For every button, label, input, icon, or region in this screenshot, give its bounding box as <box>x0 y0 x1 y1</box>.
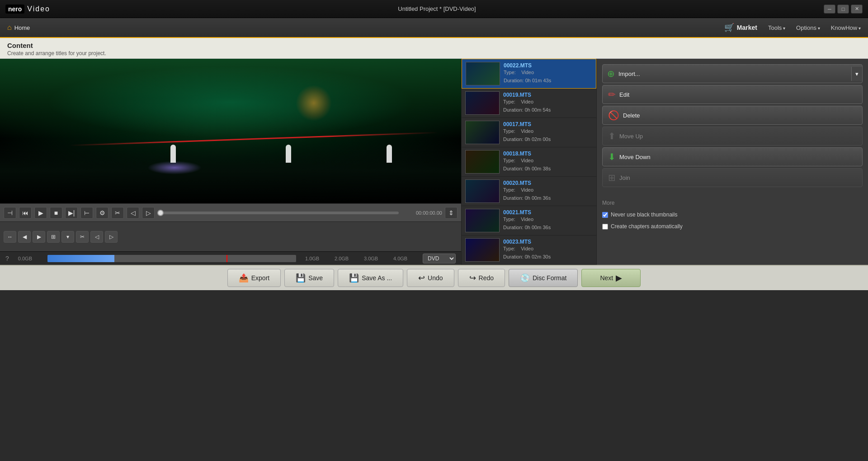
content-subtitle: Create and arrange titles for your proje… <box>7 50 861 56</box>
timeline-ripple-button[interactable]: ◁ <box>90 231 103 243</box>
file-item-00020_MTS[interactable]: ▶ 00020.MTS Type: VideoDuration: 0h 00m … <box>462 177 596 206</box>
import-icon: ⊕ <box>607 68 615 79</box>
delete-label: Delete <box>623 112 640 119</box>
file-name-4: 00020.MTS <box>503 180 593 186</box>
settings-button[interactable]: ⚙ <box>96 207 108 219</box>
never-black-thumbnails-row[interactable]: Never use black thumbnails <box>602 212 863 218</box>
create-chapters-row[interactable]: Create chapters automatically <box>602 223 863 230</box>
storage-track <box>47 255 296 262</box>
save-button[interactable]: 💾 Save <box>284 269 334 287</box>
cut-button[interactable]: ✂ <box>111 207 124 219</box>
menubar: ⌂ Home 🛒 Market Tools Options KnowHow <box>0 18 868 38</box>
video-teal-glow <box>46 66 415 138</box>
file-info-4: 00020.MTS Type: VideoDuration: 0h 00m 36… <box>503 180 593 202</box>
move-up-label: Move Up <box>619 133 643 140</box>
tools-menu[interactable]: Tools <box>768 24 785 31</box>
move-up-button[interactable]: ⬆ Move Up <box>602 127 863 146</box>
stop-button[interactable]: ■ <box>50 207 62 219</box>
knowhow-menu[interactable]: KnowHow <box>831 24 861 31</box>
file-item-00021_MTS[interactable]: ▶ 00021.MTS Type: VideoDuration: 0h 00m … <box>462 206 596 235</box>
edit-button[interactable]: ✏ Edit <box>602 85 863 104</box>
file-item-00022_MTS[interactable]: ▶ 00022.MTS Type: VideoDuration: 0h 01m … <box>462 59 596 89</box>
file-info-1: 00019.MTS Type: VideoDuration: 0h 00m 54… <box>503 92 593 114</box>
file-info-0: 00022.MTS Type: VideoDuration: 0h 01m 43… <box>504 62 592 85</box>
minimize-button[interactable]: ─ <box>824 5 835 14</box>
file-item-00018_MTS[interactable]: ▶ 00018.MTS Type: VideoDuration: 0h 00m … <box>462 147 596 177</box>
market-button[interactable]: 🛒 Market <box>724 23 757 33</box>
delete-button[interactable]: 🚫 Delete <box>602 106 863 125</box>
file-name-6: 00023.MTS <box>503 239 593 245</box>
disc-format-icon: 💿 <box>520 273 530 283</box>
timeline-select-button[interactable]: ↔ <box>4 231 16 243</box>
next-button[interactable]: Next ▶ <box>581 269 641 287</box>
right-panel: ⊕ Import... ▾ ✏ Edit 🚫 Delete ⬆ Move Up … <box>597 59 868 265</box>
storage-used-bar <box>47 255 115 262</box>
home-label: Home <box>14 24 30 31</box>
video-water <box>0 138 461 203</box>
create-chapters-checkbox[interactable] <box>602 224 608 230</box>
video-building <box>296 85 332 121</box>
video-canvas <box>0 59 461 203</box>
file-thumb-4: ▶ <box>465 179 500 203</box>
timeline-scrubber[interactable] <box>157 212 399 214</box>
file-name-1: 00019.MTS <box>503 92 593 98</box>
help-button[interactable]: ? <box>5 255 9 262</box>
redo-icon: ↪ <box>469 273 476 283</box>
undo-button[interactable]: ↩ Undo <box>407 269 454 287</box>
file-item-00019_MTS[interactable]: ▶ 00019.MTS Type: VideoDuration: 0h 00m … <box>462 89 596 118</box>
file-meta-6: Type: VideoDuration: 0h 02m 30s <box>503 245 593 261</box>
timeline-more-button[interactable]: ▾ <box>61 231 74 243</box>
never-black-thumbnails-label: Never use black thumbnails <box>611 212 677 218</box>
import-button[interactable]: ⊕ Import... ▾ <box>602 64 863 83</box>
duration-adjust-button[interactable]: ⇕ <box>445 207 458 219</box>
export-label: Export <box>251 274 269 282</box>
market-label: Market <box>737 24 757 31</box>
scrubber-handle[interactable] <box>157 210 164 216</box>
options-menu[interactable]: Options <box>796 24 820 31</box>
home-button[interactable]: ⌂ Home <box>7 24 30 32</box>
file-info-3: 00018.MTS Type: VideoDuration: 0h 00m 38… <box>503 151 593 173</box>
out-point-button[interactable]: ⊢ <box>80 207 93 219</box>
step-forward-button[interactable]: ▶| <box>65 207 78 219</box>
redo-button[interactable]: ↪ Redo <box>458 269 505 287</box>
file-name-3: 00018.MTS <box>503 151 593 157</box>
move-up-icon: ⬆ <box>608 131 616 141</box>
play-button[interactable]: ▶ <box>34 207 47 219</box>
timeline-split-button[interactable]: ✂ <box>76 231 89 243</box>
file-item-00017_MTS[interactable]: ▶ 00017.MTS Type: VideoDuration: 0h 02m … <box>462 118 596 147</box>
join-button[interactable]: ⊞ Join <box>602 168 863 187</box>
content-header: Content Create and arrange titles for yo… <box>0 38 868 59</box>
performer-2 <box>286 145 291 163</box>
never-black-thumbnails-checkbox[interactable] <box>602 212 608 218</box>
restore-button[interactable]: □ <box>837 5 849 14</box>
timeline-prev-button[interactable]: ◀ <box>18 231 31 243</box>
disc-format-select[interactable]: DVD Blu-ray <box>423 254 456 263</box>
trim-left-button[interactable]: ◁ <box>127 207 139 219</box>
timeline-roll-button[interactable]: ▷ <box>105 231 118 243</box>
storage-marker <box>226 255 227 262</box>
in-point-button[interactable]: ⊣ <box>4 207 16 219</box>
left-panel: ⊣ ⏮ ▶ ■ ▶| ⊢ ⚙ ✂ ◁ ▷ 00:00:00.00 ⇕ ↔ ◀ ▶… <box>0 59 461 265</box>
rewind-button[interactable]: ⏮ <box>19 207 32 219</box>
trim-right-button[interactable]: ▷ <box>142 207 155 219</box>
file-list-scroll[interactable]: ▶ 00022.MTS Type: VideoDuration: 0h 01m … <box>462 59 596 265</box>
storage-label-2: 2.0GB <box>335 256 355 261</box>
nero-logo-box: nero <box>5 5 24 14</box>
save-icon: 💾 <box>296 273 306 283</box>
file-thumb-6: ▶ <box>465 238 500 262</box>
storage-label-0: 0.0GB <box>18 256 38 261</box>
save-as-icon: 💾 <box>349 273 359 283</box>
export-button[interactable]: 📤 Export <box>227 269 281 287</box>
timeline-zoom-button[interactable]: ⊞ <box>47 231 60 243</box>
move-down-button[interactable]: ⬇ Move Down <box>602 147 863 166</box>
import-dropdown-arrow[interactable]: ▾ <box>851 67 862 81</box>
file-item-00023_MTS[interactable]: ▶ 00023.MTS Type: VideoDuration: 0h 02m … <box>462 235 596 265</box>
edit-label: Edit <box>619 91 629 98</box>
file-meta-2: Type: VideoDuration: 0h 02m 00s <box>503 127 593 143</box>
titlebar-left: nero Video <box>5 5 50 14</box>
content-title: Content <box>7 42 861 49</box>
disc-format-button[interactable]: 💿 Disc Format <box>509 269 578 287</box>
save-as-button[interactable]: 💾 Save As ... <box>338 269 403 287</box>
close-button[interactable]: ✕ <box>851 5 863 14</box>
timeline-next-button[interactable]: ▶ <box>33 231 45 243</box>
